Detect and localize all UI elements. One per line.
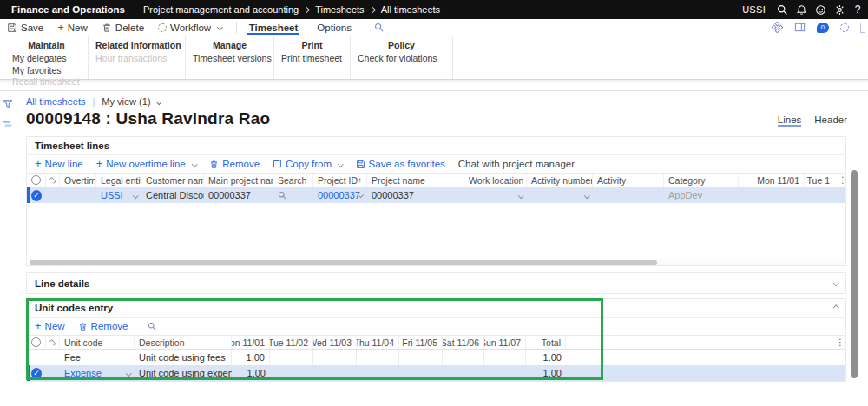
sat-value-cell[interactable] <box>443 350 484 365</box>
new-button[interactable]: + New <box>57 23 88 33</box>
help-icon[interactable]: ? <box>849 3 866 16</box>
column-customer-name[interactable]: Customer name <box>141 174 204 187</box>
grid-search-icon[interactable] <box>148 322 157 331</box>
unit-codes-entry-header[interactable]: Unit codes entry <box>27 299 845 318</box>
wed-value-cell[interactable] <box>313 365 357 381</box>
print-timesheet-button[interactable]: Print timesheet <box>281 53 343 65</box>
remove-line-button[interactable]: Remove <box>209 159 260 169</box>
unit-code-row-expense[interactable]: ✓ Expense Unit code using expenses 1.00 <box>27 365 845 381</box>
column-wed-1103[interactable]: Wed 11/03 <box>313 336 357 349</box>
apps-diamond-icon[interactable] <box>772 22 783 33</box>
unit-code-cell[interactable]: Expense <box>60 365 135 381</box>
my-delegates-button[interactable]: My delegates <box>12 53 81 65</box>
main-project-name-cell[interactable]: 00000337 <box>204 187 273 203</box>
scrollbar-thumb[interactable] <box>30 260 657 265</box>
activity-number-cell[interactable] <box>527 187 593 203</box>
edge-panel-icon[interactable] <box>860 23 865 33</box>
timesheet-versions-button[interactable]: Timesheet versions <box>193 53 266 65</box>
unit-code-row-fee[interactable]: Fee Unit code using fees 1.00 1.00 <box>27 350 845 365</box>
overtime-cell[interactable] <box>60 187 96 203</box>
chat-with-project-manager-button[interactable]: Chat with project manager <box>458 159 575 169</box>
project-name-cell[interactable]: 00000337 <box>367 187 464 203</box>
my-view-selector[interactable]: My view (1) <box>102 96 161 107</box>
command-search-icon[interactable] <box>374 23 385 33</box>
task-pane-icon[interactable] <box>3 119 13 128</box>
activity-cell[interactable] <box>593 187 664 203</box>
description-cell[interactable]: Unit code using fees <box>135 350 232 365</box>
description-cell[interactable]: Unit code using expenses <box>135 365 232 381</box>
column-activity[interactable]: Activity <box>593 174 664 187</box>
column-overtime[interactable]: Overtime <box>60 174 96 187</box>
row-checkbox[interactable] <box>27 350 46 365</box>
mon-value-cell[interactable]: 1.00 <box>232 350 270 365</box>
vertical-scrollbar-thumb[interactable] <box>851 170 858 378</box>
new-line-button[interactable]: + New line <box>35 159 83 169</box>
tab-timesheet[interactable]: Timesheet <box>247 20 300 35</box>
column-mon-1101[interactable]: Mon 11/01 <box>739 174 805 187</box>
tab-header[interactable]: Header <box>814 115 847 127</box>
column-unit-code[interactable]: Unit code <box>60 336 135 349</box>
notifications-bell-icon[interactable] <box>792 0 811 19</box>
select-all-checkbox[interactable] <box>27 174 46 187</box>
column-description[interactable]: Description <box>135 336 232 349</box>
sun-value-cell[interactable] <box>484 365 526 381</box>
work-location-id-cell[interactable] <box>464 187 527 203</box>
breadcrumb-area[interactable]: Timesheets <box>315 4 364 15</box>
column-thu-1104[interactable]: Thu 11/04 <box>357 336 399 349</box>
total-cell[interactable]: 1.00 <box>526 350 566 365</box>
all-timesheets-link[interactable]: All timesheets <box>26 96 85 107</box>
tue-value-cell[interactable] <box>270 365 313 381</box>
filter-icon[interactable] <box>3 99 13 109</box>
row-checkbox[interactable]: ✓ <box>27 187 46 203</box>
workflow-button[interactable]: Workflow <box>158 23 222 33</box>
tab-options[interactable]: Options <box>315 20 353 35</box>
timesheet-line-row[interactable]: ✓ USSI Central Discoun... 00000337 <box>27 187 845 203</box>
my-favorites-button[interactable]: My favorites <box>12 65 81 77</box>
save-as-favorites-button[interactable]: Save as favorites <box>356 159 445 169</box>
tab-lines[interactable]: Lines <box>778 115 802 127</box>
column-search[interactable]: Search <box>273 174 313 187</box>
refresh-column-icon[interactable] <box>46 336 60 349</box>
select-all-checkbox[interactable] <box>27 336 46 349</box>
mon-value-cell[interactable]: 1.00 <box>232 365 270 381</box>
column-category[interactable]: Category <box>664 174 739 187</box>
fri-value-cell[interactable] <box>399 350 443 365</box>
search-cell[interactable] <box>273 187 313 203</box>
total-cell[interactable]: 1.00 <box>526 365 566 381</box>
column-activity-number[interactable]: Activity number <box>527 174 593 187</box>
copy-from-button[interactable]: Copy from <box>273 159 343 169</box>
sat-value-cell[interactable] <box>443 365 484 381</box>
company-selector[interactable]: USSI <box>742 4 766 15</box>
horizontal-scrollbar[interactable] <box>29 259 844 265</box>
thu-value-cell[interactable] <box>357 365 399 381</box>
check-for-violations-button[interactable]: Check for violations <box>358 53 445 65</box>
column-main-project-name[interactable]: Main project name <box>204 174 273 187</box>
column-project-id[interactable]: Project ID ↑ <box>313 174 367 187</box>
project-id-cell[interactable]: 00000337 <box>313 187 367 203</box>
unit-code-cell[interactable]: Fee <box>60 350 135 365</box>
column-mon-1101[interactable]: Mon 11/01 <box>232 336 270 349</box>
save-button[interactable]: Save <box>7 23 43 33</box>
column-sat-1106[interactable]: Sat 11/06 <box>443 336 484 349</box>
customer-name-cell[interactable]: Central Discoun... <box>141 187 204 203</box>
new-overtime-line-button[interactable]: + New overtime line <box>96 159 197 169</box>
column-project-name[interactable]: Project name <box>367 174 464 187</box>
settings-gear-icon[interactable] <box>830 0 849 19</box>
refresh-dashed-icon[interactable] <box>840 23 849 32</box>
column-legal-entity[interactable]: Legal entity <box>96 174 141 187</box>
breadcrumb-page[interactable]: All timesheets <box>381 4 440 15</box>
search-icon[interactable] <box>773 0 792 19</box>
thu-value-cell[interactable] <box>357 350 399 365</box>
app-title[interactable]: Finance and Operations <box>11 4 125 15</box>
column-sun-1107[interactable]: Sun 11/07 <box>484 336 526 349</box>
column-options-kebab-icon[interactable]: ⋮ <box>834 174 845 187</box>
tue-value-cell[interactable] <box>270 350 313 365</box>
line-details-section[interactable]: Line details <box>26 272 846 294</box>
chat-messages-icon[interactable]: 0 <box>817 23 829 33</box>
column-tue[interactable]: Tue 1 <box>805 174 834 187</box>
wed-value-cell[interactable] <box>313 350 357 365</box>
fri-value-cell[interactable] <box>399 365 443 381</box>
column-options-kebab-icon[interactable]: ⋮ <box>832 336 845 349</box>
sun-value-cell[interactable] <box>484 350 526 365</box>
column-work-location-id[interactable]: Work location ID <box>464 174 527 187</box>
